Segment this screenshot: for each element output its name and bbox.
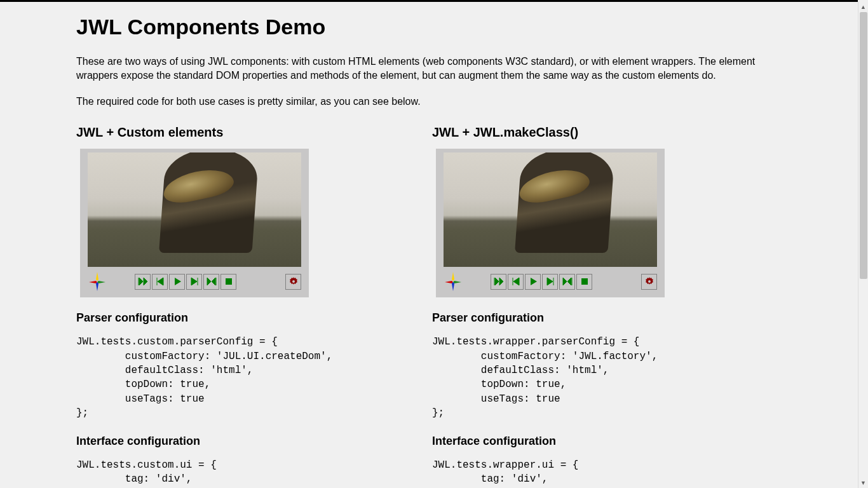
stop-button[interactable]: [576, 274, 592, 290]
svg-rect-4: [226, 278, 232, 285]
page-scroll-container[interactable]: JWL Components Demo These are two ways o…: [0, 0, 858, 488]
play-button[interactable]: [169, 274, 185, 290]
window-scrollbar[interactable]: ▲ ▼: [858, 2, 868, 488]
intro-paragraph-1: These are two ways of using JWL componen…: [76, 55, 775, 83]
column-custom-elements: JWL + Custom elements: [76, 120, 419, 488]
media-player: [80, 149, 309, 297]
jwl-logo-icon: [444, 271, 463, 292]
svg-point-5: [292, 280, 295, 283]
parser-heading-left: Parser configuration: [76, 311, 419, 325]
prev-button[interactable]: [152, 274, 168, 290]
intro-paragraph-2: The required code for both use cases is …: [76, 95, 775, 109]
scroll-up-icon[interactable]: ▲: [858, 2, 868, 12]
svg-marker-6: [452, 272, 454, 281]
player-toolbar: [444, 271, 657, 292]
prev-button[interactable]: [508, 274, 524, 290]
skip-start-button[interactable]: [135, 274, 151, 290]
svg-marker-8: [453, 281, 461, 283]
iface-code-scroll-left[interactable]: JWL.tests.custom.ui = { tag: 'div', chil…: [76, 458, 419, 488]
svg-point-11: [648, 280, 651, 283]
iface-heading-left: Interface configuration: [76, 435, 419, 448]
settings-button[interactable]: [285, 274, 301, 290]
page-title: JWL Components Demo: [76, 15, 775, 39]
iface-heading-right: Interface configuration: [432, 435, 775, 448]
stop-button[interactable]: [220, 274, 236, 290]
iface-code-right: JWL.tests.wrapper.ui = { tag: 'div', chi…: [432, 458, 775, 488]
svg-marker-3: [96, 282, 98, 291]
iface-code-scroll-right[interactable]: JWL.tests.wrapper.ui = { tag: 'div', chi…: [432, 458, 775, 488]
svg-marker-0: [96, 272, 98, 281]
parser-code-left: JWL.tests.custom.parserConfig = { custom…: [76, 335, 419, 420]
svg-marker-7: [445, 281, 453, 283]
parser-code-right: JWL.tests.wrapper.parserConfig = { custo…: [432, 335, 775, 420]
skip-end-button[interactable]: [203, 274, 219, 290]
next-button[interactable]: [186, 274, 202, 290]
svg-marker-2: [97, 281, 105, 283]
skip-end-button[interactable]: [559, 274, 575, 290]
skip-start-button[interactable]: [491, 274, 506, 290]
scroll-thumb[interactable]: [860, 12, 867, 279]
jwl-logo-icon: [88, 271, 107, 292]
play-button[interactable]: [525, 274, 541, 290]
svg-marker-9: [452, 282, 454, 291]
media-player: [436, 149, 665, 297]
video-frame[interactable]: [444, 152, 657, 267]
col-heading-right: JWL + JWL.makeClass(): [432, 125, 775, 140]
next-button[interactable]: [542, 274, 558, 290]
svg-marker-1: [89, 281, 97, 283]
col-heading-left: JWL + Custom elements: [76, 125, 419, 140]
video-frame[interactable]: [88, 152, 301, 267]
iface-code-left: JWL.tests.custom.ui = { tag: 'div', chil…: [76, 458, 419, 488]
settings-button[interactable]: [641, 274, 657, 290]
scroll-down-icon[interactable]: ▼: [858, 478, 868, 488]
svg-rect-10: [581, 278, 588, 285]
column-makeclass: JWL + JWL.makeClass(): [432, 120, 775, 488]
player-toolbar: [88, 271, 301, 292]
parser-heading-right: Parser configuration: [432, 311, 775, 325]
